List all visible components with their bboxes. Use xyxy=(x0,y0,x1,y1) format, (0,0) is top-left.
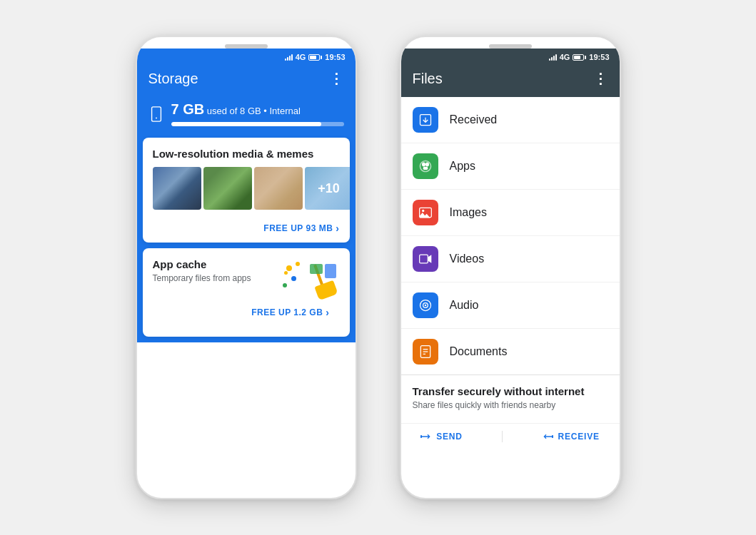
phone-device-icon xyxy=(148,106,164,122)
more-menu-right[interactable]: ⋮ xyxy=(593,70,608,87)
app-header-right: Files ⋮ xyxy=(401,64,620,97)
videos-label: Videos xyxy=(450,253,485,265)
more-menu-left[interactable]: ⋮ xyxy=(329,70,344,87)
broom-illustration xyxy=(283,258,340,301)
svg-point-3 xyxy=(422,163,425,167)
transfer-title: Transfer securely without internet xyxy=(413,385,608,397)
app-header-left: Storage ⋮ xyxy=(137,64,356,97)
media-thumb-4-plus: +10 xyxy=(305,167,350,210)
cache-row: App cache Temporary files from apps xyxy=(153,258,340,301)
app-title-right: Files xyxy=(413,71,443,87)
battery-icon-right xyxy=(573,54,586,61)
cache-title: App cache xyxy=(153,258,283,270)
file-item-videos[interactable]: Videos xyxy=(401,236,620,282)
file-item-images[interactable]: Images xyxy=(401,190,620,236)
send-button[interactable]: SEND xyxy=(420,431,463,442)
files-list: Received Apps xyxy=(401,97,620,374)
cache-free-up-button[interactable]: FREE UP 1.2 GB › xyxy=(153,301,340,327)
media-thumbnails: +10 xyxy=(143,167,350,217)
apps-icon xyxy=(413,153,438,179)
sparkle-1 xyxy=(286,265,292,271)
apps-svg xyxy=(418,159,433,173)
cache-subtitle: Temporary files from apps xyxy=(153,273,283,283)
network-type-left: 4G xyxy=(296,53,306,61)
send-label: SEND xyxy=(436,432,463,442)
receive-arrow-icon xyxy=(542,431,553,442)
sparkle-4 xyxy=(291,276,296,281)
transfer-subtitle: Share files quickly with friends nearby xyxy=(413,400,608,410)
received-svg xyxy=(418,113,433,127)
documents-svg xyxy=(418,345,433,359)
documents-icon xyxy=(413,339,438,365)
transfer-divider xyxy=(502,431,503,442)
audio-icon xyxy=(413,292,438,318)
transfer-buttons: SEND RECEIVE xyxy=(401,423,620,448)
battery-icon-left xyxy=(308,54,322,61)
storage-progress-bar xyxy=(171,122,344,126)
images-icon xyxy=(413,200,438,225)
audio-svg xyxy=(418,298,433,312)
file-item-audio[interactable]: Audio xyxy=(401,282,620,329)
images-svg xyxy=(418,205,433,220)
media-chevron-icon: › xyxy=(336,223,339,234)
cache-card: App cache Temporary files from apps xyxy=(143,248,350,337)
storage-usage-text: 7 GB used of 8 GB • Internal xyxy=(171,101,344,118)
cache-text-block: App cache Temporary files from apps xyxy=(153,258,283,283)
media-card-title: Low-resolution media & memes xyxy=(143,138,350,167)
media-thumb-2 xyxy=(203,167,252,210)
audio-label: Audio xyxy=(450,299,479,312)
media-free-up-button[interactable]: FREE UP 93 MB › xyxy=(143,217,350,243)
phone-left: 4G 19:53 Storage ⋮ 7 GB use xyxy=(136,36,357,499)
media-card: Low-resolution media & memes +10 FREE UP… xyxy=(143,138,350,243)
media-thumb-1 xyxy=(153,167,201,210)
sparkle-5 xyxy=(283,283,287,287)
apps-label: Apps xyxy=(450,160,475,173)
svg-rect-17 xyxy=(420,435,422,438)
signal-icon-right xyxy=(549,54,557,61)
receive-button[interactable]: RECEIVE xyxy=(542,431,599,442)
svg-point-1 xyxy=(156,117,157,118)
storage-gb: 7 GB xyxy=(171,101,205,117)
storage-info: 7 GB used of 8 GB • Internal xyxy=(137,97,356,138)
received-label: Received xyxy=(450,113,498,126)
images-label: Images xyxy=(450,206,487,219)
network-type-right: 4G xyxy=(560,53,570,61)
mail-icon-small xyxy=(310,264,323,274)
cache-chevron-icon: › xyxy=(326,307,329,318)
storage-progress-fill xyxy=(171,122,322,126)
phone-right: 4G 19:53 Files ⋮ Received xyxy=(400,36,621,499)
storage-wrapper: 7 GB used of 8 GB • Internal Low-resolut… xyxy=(137,97,356,342)
storage-text-block: 7 GB used of 8 GB • Internal xyxy=(171,101,344,126)
time-right: 19:53 xyxy=(589,53,609,61)
sparkle-3 xyxy=(284,271,288,275)
svg-rect-18 xyxy=(552,435,553,438)
app-title-left: Storage xyxy=(148,71,198,87)
transfer-section: Transfer securely without internet Share… xyxy=(401,374,620,417)
receive-label: RECEIVE xyxy=(558,432,599,442)
svg-point-4 xyxy=(425,163,429,167)
videos-icon xyxy=(413,246,438,272)
videos-svg xyxy=(418,252,433,266)
svg-rect-5 xyxy=(423,167,428,170)
file-item-apps[interactable]: Apps xyxy=(401,143,620,190)
svg-rect-0 xyxy=(151,106,161,121)
status-bar-left: 4G 19:53 xyxy=(137,49,356,64)
status-bar-right: 4G 19:53 xyxy=(401,49,620,64)
time-left: 19:53 xyxy=(325,53,345,61)
broom-head xyxy=(314,280,338,300)
file-item-received[interactable]: Received xyxy=(401,97,620,143)
send-arrow-icon xyxy=(420,431,432,442)
media-thumb-3 xyxy=(254,167,303,210)
signal-icon-left xyxy=(285,54,293,61)
svg-rect-8 xyxy=(419,255,428,263)
file-item-documents[interactable]: Documents xyxy=(401,329,620,374)
sparkle-2 xyxy=(296,262,300,266)
svg-point-11 xyxy=(424,305,426,307)
documents-label: Documents xyxy=(450,345,508,358)
storage-of-text: used of 8 GB • Internal xyxy=(207,106,301,116)
svg-point-7 xyxy=(422,210,424,212)
file-icon-small xyxy=(325,264,336,278)
received-icon xyxy=(413,107,438,133)
